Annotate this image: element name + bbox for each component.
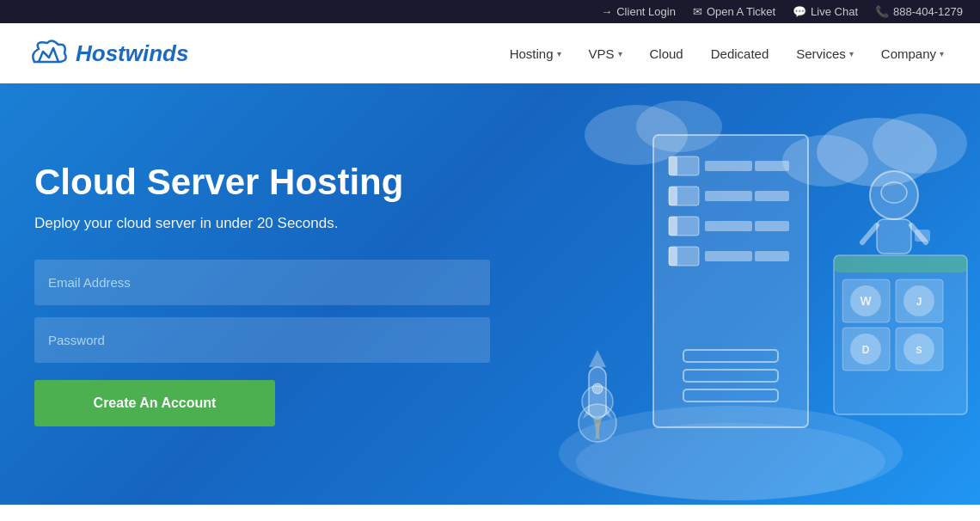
chevron-down-icon: ▾ xyxy=(557,49,561,58)
logo-icon xyxy=(26,36,69,70)
svg-rect-19 xyxy=(669,247,677,266)
svg-rect-11 xyxy=(669,187,677,205)
chevron-down-icon: ▾ xyxy=(618,49,622,58)
svg-marker-30 xyxy=(589,350,606,367)
logo[interactable]: Hostwinds xyxy=(26,36,188,70)
nav-link-dedicated[interactable]: Dedicated xyxy=(701,40,780,68)
phone-icon: 📞 xyxy=(875,5,889,18)
email-input[interactable] xyxy=(34,260,490,305)
hero-content: Cloud Server Hosting Deploy your cloud s… xyxy=(34,162,516,426)
svg-rect-17 xyxy=(755,221,789,231)
email-form-group xyxy=(34,260,516,305)
nav-item-hosting[interactable]: Hosting ▾ xyxy=(499,40,572,68)
nav-link-cloud[interactable]: Cloud xyxy=(640,40,694,68)
svg-point-49 xyxy=(881,182,907,203)
main-nav: Hostwinds Hosting ▾ VPS ▾ Cloud Dedicate… xyxy=(0,23,980,83)
svg-rect-35 xyxy=(834,255,967,273)
svg-rect-13 xyxy=(755,191,789,201)
svg-point-33 xyxy=(592,383,603,394)
logo-text: Hostwinds xyxy=(76,40,188,67)
svg-rect-16 xyxy=(705,221,752,231)
hero-subtitle: Deploy your cloud server in under 20 Sec… xyxy=(34,215,516,232)
svg-point-26 xyxy=(576,423,885,500)
svg-rect-53 xyxy=(915,230,930,242)
svg-text:W: W xyxy=(860,294,872,308)
nav-item-dedicated[interactable]: Dedicated xyxy=(701,40,780,68)
hero-title: Cloud Server Hosting xyxy=(34,162,516,203)
svg-text:J: J xyxy=(916,296,922,308)
svg-rect-20 xyxy=(705,251,752,261)
nav-item-cloud[interactable]: Cloud xyxy=(640,40,694,68)
chat-icon: 💬 xyxy=(793,5,806,18)
svg-rect-12 xyxy=(705,191,752,201)
nav-links: Hosting ▾ VPS ▾ Cloud Dedicated Services… xyxy=(499,40,954,68)
phone-link[interactable]: 📞 888-404-1279 xyxy=(875,5,963,18)
chevron-down-icon: ▾ xyxy=(849,49,854,58)
svg-text:D: D xyxy=(862,344,870,356)
svg-rect-7 xyxy=(669,156,677,175)
password-input[interactable] xyxy=(34,317,490,363)
svg-rect-50 xyxy=(877,219,911,254)
open-ticket-link[interactable]: ✉ Open A Ticket xyxy=(693,5,775,18)
hero-section: Cloud Server Hosting Deploy your cloud s… xyxy=(0,83,980,505)
svg-point-1 xyxy=(873,113,967,174)
svg-rect-9 xyxy=(755,161,789,171)
ticket-icon: ✉ xyxy=(693,5,702,18)
password-form-group xyxy=(34,317,516,363)
nav-item-vps[interactable]: VPS ▾ xyxy=(579,40,633,68)
chevron-down-icon: ▾ xyxy=(940,49,944,58)
login-icon: → xyxy=(601,5,612,18)
nav-link-services[interactable]: Services ▾ xyxy=(786,40,864,68)
create-account-button[interactable]: Create An Account xyxy=(34,380,275,426)
client-login-link[interactable]: → Client Login xyxy=(601,5,676,18)
svg-rect-15 xyxy=(669,217,677,236)
nav-link-hosting[interactable]: Hosting ▾ xyxy=(499,40,572,68)
nav-link-company[interactable]: Company ▾ xyxy=(871,40,954,68)
svg-rect-5 xyxy=(653,135,808,427)
top-bar: → Client Login ✉ Open A Ticket 💬 Live Ch… xyxy=(0,0,980,23)
illustration-svg: W J D S xyxy=(464,83,980,505)
nav-item-services[interactable]: Services ▾ xyxy=(786,40,864,68)
nav-item-company[interactable]: Company ▾ xyxy=(871,40,954,68)
svg-rect-8 xyxy=(705,161,752,171)
svg-line-51 xyxy=(862,225,877,242)
nav-link-vps[interactable]: VPS ▾ xyxy=(579,40,633,68)
hero-illustration: W J D S xyxy=(464,83,980,505)
svg-rect-21 xyxy=(755,251,789,261)
svg-text:S: S xyxy=(916,345,922,355)
live-chat-link[interactable]: 💬 Live Chat xyxy=(793,5,858,18)
